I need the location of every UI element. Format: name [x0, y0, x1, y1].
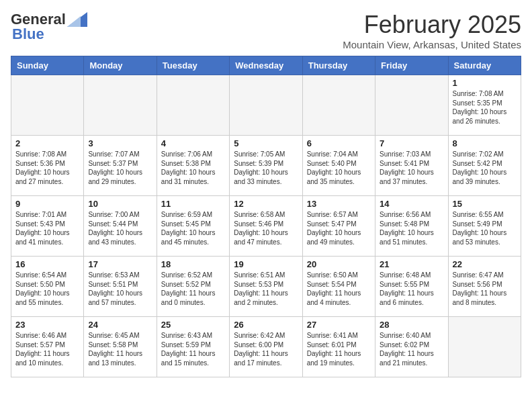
day-number: 17 [88, 259, 152, 269]
day-number: 1 [453, 78, 517, 88]
day-number: 5 [234, 138, 298, 148]
calendar-day-cell: 19Sunrise: 6:51 AM Sunset: 5:53 PM Dayli… [230, 257, 302, 317]
calendar-day-cell: 3Sunrise: 7:07 AM Sunset: 5:37 PM Daylig… [84, 136, 157, 196]
day-info: Sunrise: 6:48 AM Sunset: 5:55 PM Dayligh… [380, 271, 443, 307]
calendar-day-cell: 8Sunrise: 7:02 AM Sunset: 5:42 PM Daylig… [448, 136, 521, 196]
weekday-header-cell: Wednesday [230, 56, 302, 75]
day-number: 15 [453, 199, 517, 209]
weekday-header-cell: Sunday [11, 56, 84, 75]
title-block: February 2025 Mountain View, Arkansas, U… [343, 11, 521, 50]
calendar-day-cell [11, 75, 84, 136]
day-number: 6 [307, 138, 371, 148]
day-info: Sunrise: 6:43 AM Sunset: 5:59 PM Dayligh… [161, 331, 225, 367]
day-number: 12 [234, 199, 298, 209]
day-info: Sunrise: 6:59 AM Sunset: 5:45 PM Dayligh… [161, 210, 225, 246]
calendar-day-cell: 17Sunrise: 6:53 AM Sunset: 5:51 PM Dayli… [84, 257, 157, 317]
day-info: Sunrise: 7:08 AM Sunset: 5:35 PM Dayligh… [453, 89, 517, 126]
day-info: Sunrise: 7:04 AM Sunset: 5:40 PM Dayligh… [307, 150, 371, 186]
calendar-day-cell: 1Sunrise: 7:08 AM Sunset: 5:35 PM Daylig… [448, 75, 521, 136]
calendar-day-cell [375, 75, 448, 136]
weekday-header-cell: Monday [84, 56, 157, 75]
day-number: 7 [380, 138, 443, 148]
day-number: 2 [15, 138, 79, 148]
calendar-day-cell: 7Sunrise: 7:03 AM Sunset: 5:41 PM Daylig… [375, 136, 448, 196]
calendar-week-row: 2Sunrise: 7:08 AM Sunset: 5:36 PM Daylig… [11, 136, 521, 196]
day-number: 4 [161, 138, 225, 148]
day-number: 14 [380, 199, 443, 209]
day-info: Sunrise: 6:56 AM Sunset: 5:48 PM Dayligh… [380, 210, 443, 246]
day-number: 13 [307, 199, 371, 209]
day-info: Sunrise: 7:01 AM Sunset: 5:43 PM Dayligh… [15, 210, 79, 246]
calendar-body: 1Sunrise: 7:08 AM Sunset: 5:35 PM Daylig… [11, 75, 521, 377]
day-info: Sunrise: 7:06 AM Sunset: 5:38 PM Dayligh… [161, 150, 225, 186]
weekday-header-row: SundayMondayTuesdayWednesdayThursdayFrid… [11, 56, 521, 75]
day-info: Sunrise: 6:40 AM Sunset: 6:02 PM Dayligh… [380, 331, 443, 367]
weekday-header-cell: Thursday [302, 56, 375, 75]
calendar-day-cell: 25Sunrise: 6:43 AM Sunset: 5:59 PM Dayli… [157, 317, 229, 377]
calendar-week-row: 9Sunrise: 7:01 AM Sunset: 5:43 PM Daylig… [11, 196, 521, 257]
day-number: 11 [161, 199, 225, 209]
calendar-week-row: 16Sunrise: 6:54 AM Sunset: 5:50 PM Dayli… [11, 257, 521, 317]
logo-blue-text: Blue [11, 26, 44, 43]
logo-icon [67, 12, 87, 27]
day-number: 10 [88, 199, 152, 209]
day-number: 24 [88, 320, 152, 330]
calendar-day-cell: 4Sunrise: 7:06 AM Sunset: 5:38 PM Daylig… [157, 136, 229, 196]
day-info: Sunrise: 7:03 AM Sunset: 5:41 PM Dayligh… [380, 150, 443, 186]
calendar-day-cell: 9Sunrise: 7:01 AM Sunset: 5:43 PM Daylig… [11, 196, 84, 257]
day-number: 19 [234, 259, 298, 269]
calendar-day-cell: 22Sunrise: 6:47 AM Sunset: 5:56 PM Dayli… [448, 257, 521, 317]
day-info: Sunrise: 6:45 AM Sunset: 5:58 PM Dayligh… [88, 331, 152, 367]
calendar-day-cell [84, 75, 157, 136]
calendar-day-cell: 14Sunrise: 6:56 AM Sunset: 5:48 PM Dayli… [375, 196, 448, 257]
logo: General Blue [11, 11, 87, 43]
calendar-title: February 2025 [343, 11, 521, 39]
day-number: 8 [453, 138, 517, 148]
day-info: Sunrise: 7:08 AM Sunset: 5:36 PM Dayligh… [15, 150, 79, 186]
day-number: 25 [161, 320, 225, 330]
weekday-header-cell: Tuesday [157, 56, 229, 75]
calendar-day-cell [302, 75, 375, 136]
day-number: 27 [307, 320, 371, 330]
day-info: Sunrise: 6:52 AM Sunset: 5:52 PM Dayligh… [161, 271, 225, 307]
day-info: Sunrise: 6:55 AM Sunset: 5:49 PM Dayligh… [453, 210, 517, 246]
day-info: Sunrise: 7:02 AM Sunset: 5:42 PM Dayligh… [453, 150, 517, 186]
calendar-day-cell: 24Sunrise: 6:45 AM Sunset: 5:58 PM Dayli… [84, 317, 157, 377]
day-info: Sunrise: 6:53 AM Sunset: 5:51 PM Dayligh… [88, 271, 152, 307]
calendar-subtitle: Mountain View, Arkansas, United States [343, 39, 521, 50]
day-number: 28 [380, 320, 443, 330]
calendar-day-cell: 27Sunrise: 6:41 AM Sunset: 6:01 PM Dayli… [302, 317, 375, 377]
day-number: 26 [234, 320, 298, 330]
calendar-day-cell: 11Sunrise: 6:59 AM Sunset: 5:45 PM Dayli… [157, 196, 229, 257]
calendar-day-cell: 2Sunrise: 7:08 AM Sunset: 5:36 PM Daylig… [11, 136, 84, 196]
day-number: 21 [380, 259, 443, 269]
weekday-header-cell: Saturday [448, 56, 521, 75]
day-info: Sunrise: 6:54 AM Sunset: 5:50 PM Dayligh… [15, 271, 79, 307]
calendar-day-cell [230, 75, 302, 136]
day-number: 3 [88, 138, 152, 148]
day-number: 16 [15, 259, 79, 269]
day-info: Sunrise: 6:50 AM Sunset: 5:54 PM Dayligh… [307, 271, 371, 307]
day-info: Sunrise: 7:07 AM Sunset: 5:37 PM Dayligh… [88, 150, 152, 186]
day-number: 22 [453, 259, 517, 269]
day-number: 9 [15, 199, 79, 209]
day-info: Sunrise: 7:00 AM Sunset: 5:44 PM Dayligh… [88, 210, 152, 246]
day-info: Sunrise: 6:46 AM Sunset: 5:57 PM Dayligh… [15, 331, 79, 367]
calendar-day-cell: 23Sunrise: 6:46 AM Sunset: 5:57 PM Dayli… [11, 317, 84, 377]
calendar-day-cell: 26Sunrise: 6:42 AM Sunset: 6:00 PM Dayli… [230, 317, 302, 377]
day-info: Sunrise: 6:57 AM Sunset: 5:47 PM Dayligh… [307, 210, 371, 246]
day-info: Sunrise: 6:58 AM Sunset: 5:46 PM Dayligh… [234, 210, 298, 246]
page-header: General Blue February 2025 Mountain View… [11, 11, 521, 50]
day-info: Sunrise: 6:42 AM Sunset: 6:00 PM Dayligh… [234, 331, 298, 367]
weekday-header-cell: Friday [375, 56, 448, 75]
calendar-day-cell: 21Sunrise: 6:48 AM Sunset: 5:55 PM Dayli… [375, 257, 448, 317]
calendar-day-cell: 16Sunrise: 6:54 AM Sunset: 5:50 PM Dayli… [11, 257, 84, 317]
calendar-table: SundayMondayTuesdayWednesdayThursdayFrid… [11, 56, 521, 377]
day-info: Sunrise: 6:47 AM Sunset: 5:56 PM Dayligh… [453, 271, 517, 307]
calendar-day-cell: 13Sunrise: 6:57 AM Sunset: 5:47 PM Dayli… [302, 196, 375, 257]
calendar-day-cell: 10Sunrise: 7:00 AM Sunset: 5:44 PM Dayli… [84, 196, 157, 257]
day-info: Sunrise: 6:41 AM Sunset: 6:01 PM Dayligh… [307, 331, 371, 367]
calendar-day-cell [448, 317, 521, 377]
calendar-day-cell: 28Sunrise: 6:40 AM Sunset: 6:02 PM Dayli… [375, 317, 448, 377]
day-info: Sunrise: 7:05 AM Sunset: 5:39 PM Dayligh… [234, 150, 298, 186]
